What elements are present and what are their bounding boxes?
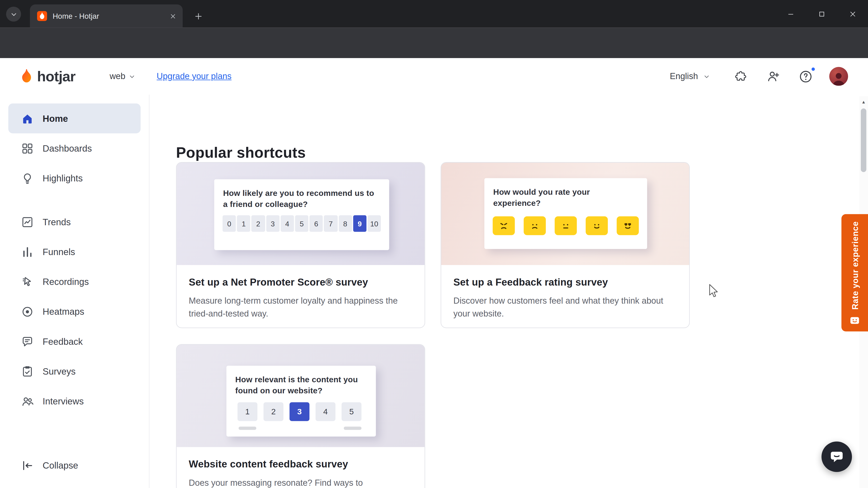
sidebar-item-funnels[interactable]: Funnels — [8, 237, 141, 267]
collapse-label: Collapse — [43, 460, 78, 470]
likert-button[interactable]: 4 — [315, 402, 336, 421]
nps-scale-button[interactable]: 3 — [266, 215, 279, 232]
window-close-button[interactable] — [837, 0, 868, 28]
happy-face-icon[interactable] — [586, 217, 608, 235]
label-stub — [344, 427, 362, 430]
integrations-button[interactable] — [732, 68, 749, 85]
app-header: hotjar web Upgrade your plans English — [0, 58, 868, 95]
heatmaps-target-icon — [21, 305, 34, 318]
emoji-scale — [485, 208, 647, 235]
content-preview: How relevant is the content you found on… — [177, 345, 425, 447]
card-description: Measure long-term customer loyalty and h… — [189, 294, 412, 320]
nps-scale-button[interactable]: 7 — [324, 215, 337, 232]
love-face-icon[interactable] — [617, 217, 639, 235]
chevron-down-icon — [129, 73, 135, 79]
rate-experience-tab[interactable]: Rate your experience — [841, 214, 868, 331]
sidebar-item-dashboards[interactable]: Dashboards — [8, 133, 141, 163]
likert-button[interactable]: 5 — [342, 402, 362, 421]
card-body: Set up a Feedback rating survey Discover… — [441, 265, 689, 320]
sidebar-item-label: Recordings — [43, 276, 89, 287]
sidebar-item-label: Funnels — [43, 247, 75, 257]
sidebar-item-recordings[interactable]: Recordings — [8, 267, 141, 296]
nps-survey-panel: How likely are you to recommend us to a … — [214, 179, 389, 250]
help-question-icon — [799, 69, 812, 83]
funnels-bars-icon — [21, 246, 34, 258]
nps-scale-button-selected[interactable]: 9 — [353, 215, 366, 232]
help-button[interactable] — [797, 68, 814, 85]
likert-button-selected[interactable]: 3 — [289, 402, 309, 421]
window-controls — [775, 0, 868, 28]
card-title: Set up a Feedback rating survey — [454, 276, 677, 288]
nps-scale-button[interactable]: 8 — [339, 215, 352, 232]
new-tab-button[interactable] — [190, 8, 206, 24]
language-dropdown[interactable]: English — [670, 58, 710, 95]
sidebar-item-home[interactable]: Home — [8, 103, 141, 133]
angry-face-icon[interactable] — [493, 217, 515, 235]
avatar[interactable] — [829, 67, 848, 86]
dashboards-icon — [21, 142, 34, 155]
chat-bubble-icon — [829, 449, 844, 464]
sidebar-item-label: Feedback — [43, 336, 83, 347]
chat-widget-button[interactable] — [822, 442, 852, 472]
invite-team-button[interactable] — [765, 68, 782, 85]
neutral-face-icon[interactable] — [555, 217, 577, 235]
likert-label-stubs — [238, 425, 365, 431]
nps-scale-button[interactable]: 6 — [309, 215, 323, 232]
tab-close-icon[interactable] — [167, 11, 178, 22]
likert-button[interactable]: 2 — [264, 402, 283, 421]
hotjar-logo[interactable]: hotjar — [20, 58, 75, 95]
rating-preview: How would you rate your experience? — [441, 163, 689, 265]
sidebar-collapse-button[interactable]: Collapse — [8, 450, 141, 480]
sidebar-item-label: Highlights — [43, 173, 83, 184]
sidebar-item-label: Heatmaps — [43, 306, 84, 317]
nps-scale-button[interactable]: 5 — [295, 215, 308, 232]
nps-preview: How likely are you to recommend us to a … — [177, 163, 425, 265]
rate-experience-label: Rate your experience — [850, 221, 860, 310]
shortcut-card-nps[interactable]: How likely are you to recommend us to a … — [176, 162, 425, 328]
nps-scale-button[interactable]: 2 — [252, 215, 265, 232]
sad-face-icon[interactable] — [524, 217, 546, 235]
scrollbar-up-arrow[interactable]: ▲ — [859, 98, 868, 105]
surveys-clipboard-icon — [21, 365, 34, 378]
sidebar-item-feedback[interactable]: Feedback — [8, 326, 141, 356]
tab-title: Home - Hotjar — [53, 12, 167, 20]
shortcut-card-content[interactable]: How relevant is the content you found on… — [176, 344, 425, 488]
upgrade-plans-link[interactable]: Upgrade your plans — [157, 58, 231, 95]
nps-scale-button[interactable]: 4 — [281, 215, 294, 232]
home-icon — [21, 112, 34, 125]
nps-scale-button[interactable]: 1 — [237, 215, 250, 232]
browser-tab[interactable]: Home - Hotjar — [30, 4, 183, 28]
logo-text: hotjar — [37, 68, 75, 85]
recordings-cursor-icon — [21, 275, 34, 288]
label-stub — [239, 427, 256, 430]
browser-toolbar: insights.hotjar.com/sites/3825551/overvi… — [0, 28, 868, 58]
hotjar-favicon-icon — [37, 11, 47, 21]
shortcut-card-rating[interactable]: How would you rate your experience? — [440, 162, 690, 328]
tab-search-button[interactable] — [6, 6, 21, 22]
scrollbar-thumb[interactable] — [861, 108, 866, 172]
content-question: How relevant is the content you found on… — [226, 366, 376, 396]
sidebar-item-heatmaps[interactable]: Heatmaps — [8, 297, 141, 326]
feedback-bubble-icon — [21, 335, 34, 348]
site-name: web — [110, 71, 125, 81]
sidebar-item-label: Home — [43, 113, 68, 124]
sidebar-item-trends[interactable]: Trends — [8, 207, 141, 237]
hotjar-flame-icon — [20, 69, 33, 84]
trends-chart-icon — [21, 216, 34, 228]
site-selector-dropdown[interactable]: web — [110, 58, 135, 95]
sidebar: Home Dashboards Highlights Trends Funne — [0, 95, 149, 488]
nps-scale-button[interactable]: 10 — [368, 215, 381, 232]
likert-button[interactable]: 1 — [238, 402, 257, 421]
card-description: Discover how customers feel and what the… — [454, 294, 677, 320]
sidebar-item-surveys[interactable]: Surveys — [8, 356, 141, 386]
sidebar-item-label: Surveys — [43, 366, 76, 377]
user-add-icon — [767, 70, 780, 83]
page-title: Popular shortcuts — [176, 144, 306, 162]
window-minimize-button[interactable] — [775, 0, 806, 28]
sidebar-item-interviews[interactable]: Interviews — [8, 386, 141, 416]
sidebar-item-label: Interviews — [43, 396, 84, 406]
chevron-down-icon — [704, 73, 710, 79]
nps-scale-button[interactable]: 0 — [222, 215, 236, 232]
window-maximize-button[interactable] — [806, 0, 837, 28]
sidebar-item-highlights[interactable]: Highlights — [8, 163, 141, 193]
